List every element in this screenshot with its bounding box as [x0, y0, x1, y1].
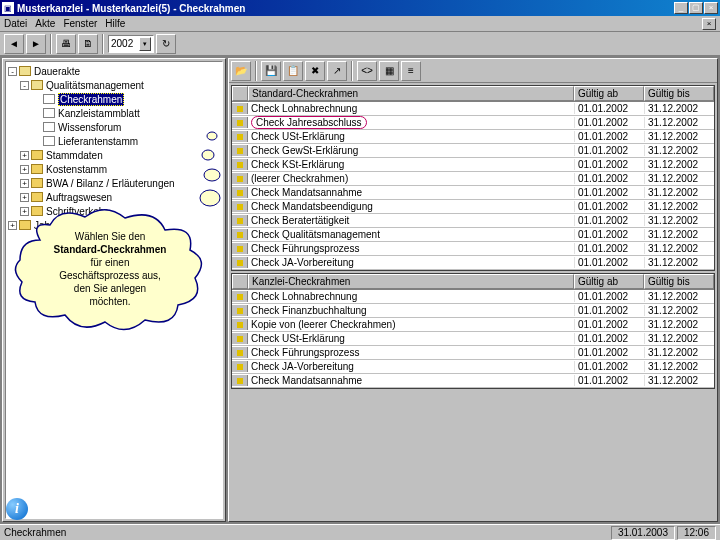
table-row[interactable]: Check Lohnabrechnung01.01.200231.12.2002	[232, 102, 714, 116]
tables-area: Standard-CheckrahmenGültig abGültig bisC…	[229, 83, 717, 521]
menu-fenster[interactable]: Fenster	[63, 18, 97, 29]
table-row[interactable]: Check Qualitätsmanagement01.01.200231.12…	[232, 228, 714, 242]
maximize-button[interactable]: ▢	[689, 2, 703, 14]
column-header[interactable]: Gültig bis	[644, 274, 714, 289]
expand-toggle[interactable]: +	[20, 179, 29, 188]
content-panel: 📂 💾 📋 ✖ ↗ <> ▦ ≡ Standard-CheckrahmenGül…	[228, 58, 718, 522]
svg-point-0	[200, 190, 220, 206]
expand-toggle[interactable]: -	[8, 67, 17, 76]
row-name: (leerer Checkrahmen)	[248, 173, 574, 184]
column-header[interactable]: Standard-Checkrahmen	[248, 86, 574, 101]
row-valid-from: 01.01.2002	[574, 131, 644, 142]
column-header[interactable]: Gültig ab	[574, 86, 644, 101]
table-row[interactable]: Check Finanzbuchhaltung01.01.200231.12.2…	[232, 304, 714, 318]
table-row[interactable]: Check USt-Erklärung01.01.200231.12.2002	[232, 332, 714, 346]
status-date: 31.01.2003	[611, 526, 675, 540]
nav-fwd-button[interactable]: ►	[26, 34, 46, 54]
tree-node[interactable]: Wissensforum	[8, 120, 220, 134]
table-row[interactable]: Check Mandatsannahme01.01.200231.12.2002	[232, 374, 714, 388]
standard-checkrahmen-grid[interactable]: Standard-CheckrahmenGültig abGültig bisC…	[231, 85, 715, 271]
document-icon	[43, 108, 55, 118]
tree-node[interactable]: Lieferantenstamm	[8, 134, 220, 148]
table-row[interactable]: Check Beratertätigkeit01.01.200231.12.20…	[232, 214, 714, 228]
print-button[interactable]: 🖶	[56, 34, 76, 54]
column-header[interactable]: Gültig ab	[574, 274, 644, 289]
table-row[interactable]: Check JA-Vorbereitung01.01.200231.12.200…	[232, 256, 714, 270]
row-valid-to: 31.12.2002	[644, 333, 714, 344]
nav-back-button[interactable]: ◄	[4, 34, 24, 54]
tree-node[interactable]: +Stammdaten	[8, 148, 220, 162]
cloud-line6: möchten.	[89, 296, 130, 307]
row-name: Check Mandatsannahme	[248, 187, 574, 198]
tree-node[interactable]: -Qualitätsmanagement	[8, 78, 220, 92]
row-valid-from: 01.01.2002	[574, 305, 644, 316]
row-name: Check Führungsprozess	[248, 243, 574, 254]
row-marker	[232, 333, 248, 344]
table-button[interactable]: ▦	[379, 61, 399, 81]
expand-toggle[interactable]: +	[20, 151, 29, 160]
tree-node[interactable]: Kanzleistammblatt	[8, 106, 220, 120]
table-row[interactable]: Check Mandatsannahme01.01.200231.12.2002	[232, 186, 714, 200]
table-row[interactable]: Check USt-Erklärung01.01.200231.12.2002	[232, 130, 714, 144]
table-row[interactable]: Check Jahresabschluss01.01.200231.12.200…	[232, 116, 714, 130]
delete-button[interactable]: ✖	[305, 61, 325, 81]
column-header[interactable]	[232, 274, 248, 289]
row-valid-to: 31.12.2002	[644, 117, 714, 128]
close-button[interactable]: ×	[704, 2, 718, 14]
row-valid-to: 31.12.2002	[644, 187, 714, 198]
content-toolbar: 📂 💾 📋 ✖ ↗ <> ▦ ≡	[229, 59, 717, 83]
open-button[interactable]: 📂	[231, 61, 251, 81]
menu-akte[interactable]: Akte	[35, 18, 55, 29]
mdi-close-button[interactable]: ×	[702, 18, 716, 30]
table-row[interactable]: Check Führungsprozess01.01.200231.12.200…	[232, 242, 714, 256]
tree-node[interactable]: Checkrahmen	[8, 92, 220, 106]
table-row[interactable]: Kopie von (leerer Checkrahmen)01.01.2002…	[232, 318, 714, 332]
refresh-button[interactable]: ↻	[156, 34, 176, 54]
minimize-button[interactable]: _	[674, 2, 688, 14]
row-name: Check USt-Erklärung	[248, 333, 574, 344]
copy-button[interactable]: 📋	[283, 61, 303, 81]
row-marker	[232, 201, 248, 212]
row-valid-to: 31.12.2002	[644, 361, 714, 372]
code-button[interactable]: <>	[357, 61, 377, 81]
menu-hilfe[interactable]: Hilfe	[105, 18, 125, 29]
table-row[interactable]: Check KSt-Erklärung01.01.200231.12.2002	[232, 158, 714, 172]
expand-toggle[interactable]: +	[20, 165, 29, 174]
info-icon[interactable]: i	[6, 498, 28, 520]
tree-node[interactable]: +BWA / Bilanz / Erläuterungen	[8, 176, 220, 190]
row-valid-from: 01.01.2002	[574, 103, 644, 114]
expand-toggle[interactable]: -	[20, 81, 29, 90]
column-header[interactable]: Kanzlei-Checkrahmen	[248, 274, 574, 289]
save-button[interactable]: 💾	[261, 61, 281, 81]
list-button[interactable]: ≡	[401, 61, 421, 81]
tree-label: Kostenstamm	[46, 164, 107, 175]
row-valid-to: 31.12.2002	[644, 201, 714, 212]
row-name: Check Führungsprozess	[248, 347, 574, 358]
table-row[interactable]: Check Führungsprozess01.01.200231.12.200…	[232, 346, 714, 360]
tree-node[interactable]: +Kostenstamm	[8, 162, 220, 176]
tree-node[interactable]: -Dauerakte	[8, 64, 220, 78]
kanzlei-checkrahmen-grid[interactable]: Kanzlei-CheckrahmenGültig abGültig bisCh…	[231, 273, 715, 389]
table-row[interactable]: Check JA-Vorbereitung01.01.200231.12.200…	[232, 360, 714, 374]
row-valid-to: 31.12.2002	[644, 103, 714, 114]
row-valid-from: 01.01.2002	[574, 243, 644, 254]
table-row[interactable]: Check Lohnabrechnung01.01.200231.12.2002	[232, 290, 714, 304]
row-marker	[232, 305, 248, 316]
help-cloud: Wählen Sie den Standard-Checkrahmen für …	[10, 200, 210, 342]
row-marker	[232, 103, 248, 114]
column-header[interactable]	[232, 86, 248, 101]
row-name: Check KSt-Erklärung	[248, 159, 574, 170]
chevron-down-icon[interactable]: ▾	[139, 37, 151, 51]
column-header[interactable]: Gültig bis	[644, 86, 714, 101]
export-button[interactable]: ↗	[327, 61, 347, 81]
app-icon: ▣	[2, 2, 14, 14]
preview-button[interactable]: 🗎	[78, 34, 98, 54]
table-row[interactable]: (leerer Checkrahmen)01.01.200231.12.2002	[232, 172, 714, 186]
row-valid-to: 31.12.2002	[644, 291, 714, 302]
row-marker	[232, 173, 248, 184]
menu-datei[interactable]: Datei	[4, 18, 27, 29]
year-combo[interactable]: 2002 ▾	[108, 35, 154, 53]
table-row[interactable]: Check GewSt-Erklärung01.01.200231.12.200…	[232, 144, 714, 158]
table-row[interactable]: Check Mandatsbeendigung01.01.200231.12.2…	[232, 200, 714, 214]
cloud-line5: den Sie anlegen	[74, 283, 146, 294]
